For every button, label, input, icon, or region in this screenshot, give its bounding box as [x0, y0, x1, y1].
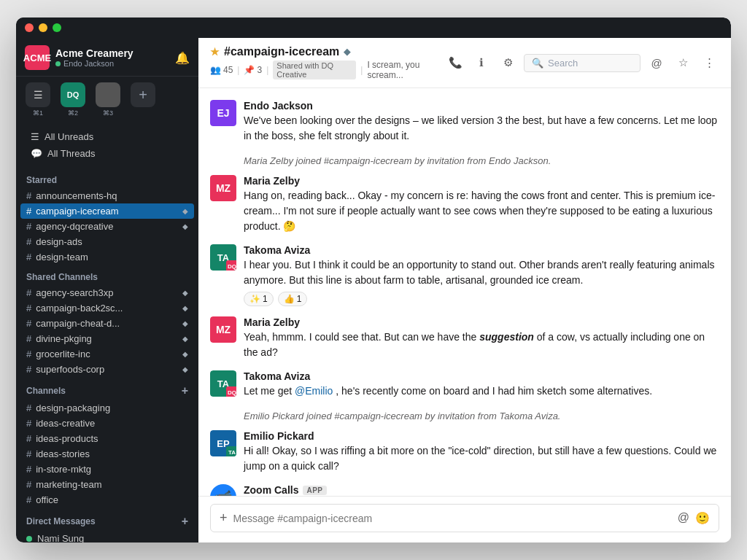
message-header: Maria Zelby	[244, 316, 719, 328]
hash-icon: #	[26, 364, 31, 375]
main-content: ★ #campaign-icecream ◆ 👥 45 | 📌 3 | Sh	[198, 18, 731, 542]
message-author[interactable]: Maria Zelby	[244, 175, 300, 187]
starred-section: Starred # announcements-hq # campaign-ic…	[16, 168, 198, 265]
message-author[interactable]: Emilio Pickard	[244, 430, 314, 442]
sidebar-item-all-threads[interactable]: 💬 All Threads	[20, 145, 194, 162]
channel-design-team[interactable]: # design-team	[16, 249, 198, 265]
home-icon: ☰	[26, 82, 50, 107]
at-icon[interactable]: @	[678, 511, 689, 525]
channels-label: Channels +	[16, 377, 198, 400]
message-input[interactable]	[233, 513, 672, 524]
channel-campaign-cheat-d[interactable]: # campaign-cheat-d... ◆	[16, 316, 198, 331]
notifications-bell-icon[interactable]: 🔔	[175, 51, 190, 65]
message-header: Emilio Pickard	[244, 430, 719, 442]
add-channel-button[interactable]: +	[182, 384, 188, 397]
title-bar	[16, 18, 731, 38]
message-author[interactable]: Takoma Aviza	[244, 370, 310, 382]
channel-grocerlite-inc[interactable]: # grocerlite-inc ◆	[16, 346, 198, 362]
channel-superfoods-corp[interactable]: # superfoods-corp ◆	[16, 362, 198, 377]
hash-icon: #	[26, 333, 31, 344]
message-author[interactable]: Takoma Aviza	[244, 244, 310, 256]
maximize-button[interactable]	[53, 23, 61, 32]
channel-campaign-back2sc[interactable]: # campaign-back2sc... ◆	[16, 300, 198, 316]
hash-icon: #	[26, 494, 31, 505]
message-header: Maria Zelby	[244, 175, 719, 187]
avatar: TA DQ	[210, 370, 236, 397]
mention-link[interactable]: @Emilio	[295, 385, 333, 397]
channel-divine-pkging[interactable]: # divine-pkging ◆	[16, 331, 198, 346]
channel-marketing-team[interactable]: # marketing-team	[16, 477, 198, 492]
channel-design-ads[interactable]: # design-ads	[16, 234, 198, 249]
channel-announcements-hq[interactable]: # announcements-hq	[16, 188, 198, 203]
message-input-area: + @ 🙂	[198, 496, 731, 542]
channel-campaign-icecream[interactable]: # campaign-icecream ◆	[20, 203, 194, 219]
people-icon: 👥	[210, 65, 221, 75]
message-author[interactable]: Endo Jackson	[244, 100, 313, 112]
threads-icon: 💬	[31, 148, 42, 159]
members-count[interactable]: 👥 45	[210, 65, 233, 75]
zoom-avatar: 📹	[210, 484, 236, 496]
sidebar-item-all-unreads[interactable]: ☰ All Unreads	[20, 128, 194, 145]
nav-section: ☰ All Unreads 💬 All Threads	[16, 122, 198, 168]
message-text: Let me get @Emilio , he's recently come …	[244, 384, 719, 399]
reaction-bar: ✨ 1 👍 1	[244, 292, 719, 306]
message-content: Endo Jackson We've been looking over the…	[244, 100, 719, 144]
minimize-button[interactable]	[39, 23, 47, 32]
hash-icon: #	[26, 349, 31, 359]
shortcut-3[interactable]: ⌘3	[92, 82, 124, 117]
add-dm-button[interactable]: +	[182, 515, 188, 528]
shared-channels-section: Shared Channels # agency-search3xp ◆ # c…	[16, 265, 198, 377]
avatar: EJ	[210, 100, 236, 126]
settings-icon[interactable]: ⚙	[498, 52, 518, 73]
shared-diamond-icon: ◆	[182, 350, 188, 358]
channel-agency-dqcreative[interactable]: # agency-dqcreative ◆	[16, 219, 198, 234]
message-content: Takoma Aviza I hear you. But I think it …	[244, 244, 719, 306]
message-author[interactable]: Maria Zelby	[244, 316, 300, 328]
at-mention-icon[interactable]: @	[646, 52, 667, 73]
message-content: Maria Zelby Yeah, hmmm. I could see that…	[244, 316, 719, 360]
avatar: MZ	[210, 175, 236, 201]
channel-ideas-stories[interactable]: # ideas-stories	[16, 446, 198, 462]
avatar: EP TA	[210, 430, 236, 456]
star-icon[interactable]: ★	[210, 46, 220, 58]
workspace-name[interactable]: Acme Creamery	[55, 47, 169, 59]
workspace-info: Acme Creamery Endo Jackson	[55, 47, 169, 68]
reaction-sparkles[interactable]: ✨ 1	[244, 292, 274, 306]
hash-icon: #	[26, 479, 31, 490]
hash-icon: #	[26, 433, 31, 444]
avatar-image: MZ	[210, 316, 236, 343]
close-button[interactable]	[25, 23, 34, 32]
message-header: Endo Jackson	[244, 100, 719, 112]
shortcut-add[interactable]: +	[127, 82, 159, 117]
attach-button[interactable]: +	[220, 510, 228, 526]
channel-search-box[interactable]: 🔍 Search	[524, 54, 640, 72]
channel-ideas-products[interactable]: # ideas-products	[16, 431, 198, 446]
channel-ideas-creative[interactable]: # ideas-creative	[16, 416, 198, 431]
shortcut-dq[interactable]: DQ ⌘2	[57, 82, 89, 117]
bookmark-icon[interactable]: ☆	[673, 52, 693, 73]
emoji-icon[interactable]: 🙂	[695, 511, 710, 525]
channel-office-pa[interactable]: # office	[16, 492, 198, 508]
sidebar-shortcuts: ☰ ⌘1 DQ ⌘2 ⌘3 +	[16, 77, 198, 122]
shared-diamond-icon: ◆	[182, 365, 188, 373]
zoom-app-badge: APP	[303, 486, 326, 495]
shortcut-home[interactable]: ☰ ⌘1	[22, 82, 54, 117]
channel-header-actions: 📞 ℹ ⚙ 🔍 Search @ ☆ ⋮	[445, 52, 719, 73]
message-text: Hang on, reading back... Okay - my conce…	[244, 188, 719, 234]
input-icons: @ 🙂	[678, 511, 710, 525]
info-icon[interactable]: ℹ	[471, 52, 492, 73]
hash-icon: #	[26, 402, 31, 413]
dm-nami-sung[interactable]: Nami Sung	[16, 531, 198, 542]
channel-agency-search3xp[interactable]: # agency-search3xp ◆	[16, 285, 198, 300]
zoom-app-name: Zoom Calls	[244, 484, 298, 496]
reaction-thumbsup[interactable]: 👍 1	[278, 292, 308, 306]
channel-in-store-mktg[interactable]: # in-store-mktg	[16, 462, 198, 477]
search-placeholder: Search	[548, 58, 578, 69]
channel-design-packaging[interactable]: # design-packaging	[16, 400, 198, 416]
avatar-badge: DQ	[226, 260, 236, 271]
pins-count[interactable]: 📌 3	[244, 65, 262, 75]
phone-icon[interactable]: 📞	[445, 52, 465, 73]
shared-diamond-icon: ◆	[182, 319, 188, 327]
sidebar: ACME Acme Creamery Endo Jackson 🔔 ☰ ⌘1 D…	[16, 18, 198, 542]
more-options-icon[interactable]: ⋮	[699, 52, 719, 73]
